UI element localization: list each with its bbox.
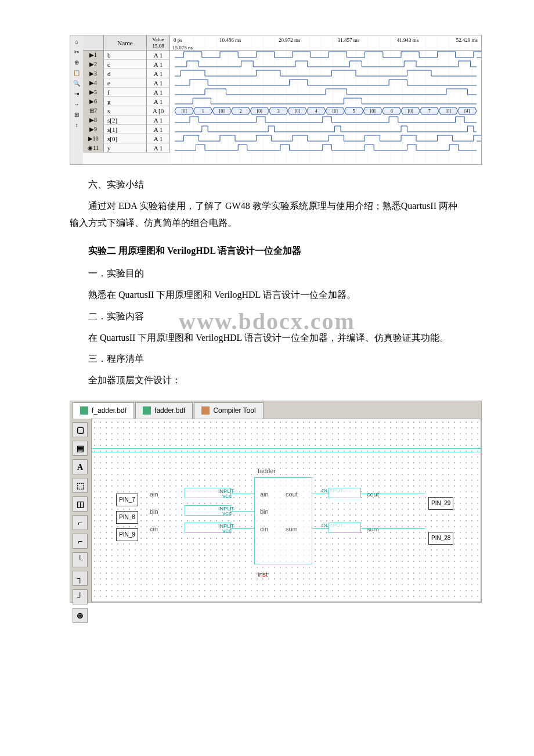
signal-row[interactable]: ▶6gA 1 [83, 97, 170, 106]
subsection-heading: 一．实验目的 [70, 265, 464, 282]
port-name: sum [286, 524, 298, 535]
svg-text:2: 2 [240, 109, 242, 114]
waveform-viewer: ⌂ ✂ ⊕ 📋 🔍 ⇥ → ⊞ ↕ Name Value 15.08 ▶1bA … [70, 35, 482, 165]
input-name: bin [150, 506, 158, 518]
schematic-tool[interactable]: A [73, 459, 88, 474]
svg-text:[0]: [0] [333, 109, 338, 114]
waveform-signal [170, 69, 481, 78]
tool-icon[interactable]: ⇥ [71, 90, 82, 98]
pin-assignment: PIN_7 [116, 494, 138, 506]
pin-assignment: PIN_9 [116, 528, 138, 541]
file-tab[interactable]: Compiler Tool [194, 402, 263, 419]
time-marker: 0 ps [174, 35, 182, 43]
port-name: bin [260, 506, 269, 518]
file-icon [201, 406, 210, 415]
time-marker: 31.457 ms [338, 35, 360, 43]
waveform-signal: [0]1[0]2[0]3[0]4[0]5[0]6[0]7[0][4] [170, 106, 481, 116]
time-marker: 41.943 ms [397, 35, 419, 43]
tool-icon[interactable]: 🔍 [71, 80, 82, 88]
port-name: ain [260, 489, 269, 501]
svg-text:[0]: [0] [408, 109, 414, 114]
svg-text:4: 4 [315, 109, 317, 114]
section-heading: 六、实验小结 [70, 177, 464, 193]
schematic-tool[interactable]: └ [73, 552, 88, 567]
waveform-signal [170, 125, 481, 134]
tool-icon[interactable]: → [71, 100, 82, 109]
wire [231, 494, 254, 494]
wire [231, 511, 254, 512]
signal-row[interactable]: ▶4eA 1 [83, 78, 170, 88]
signal-row[interactable]: ▶9 s[1]A 1 [83, 125, 170, 134]
output-name: sum [367, 524, 379, 535]
file-tab[interactable]: f_adder.bdf [73, 402, 134, 419]
signal-list: Name Value 15.08 ▶1bA 1▶2cA 1▶3dA 1▶4eA … [83, 35, 170, 164]
experiment-title: 实验二 用原理图和 VerilogHDL 语言设计一位全加器 [70, 243, 464, 260]
paragraph: 全加器顶层文件设计： [70, 372, 464, 389]
file-icon [143, 406, 151, 415]
signal-row[interactable]: ▶3dA 1 [83, 69, 170, 78]
waveform-plot: 0 ps10.486 ms20.972 ms31.457 ms41.943 ms… [170, 35, 481, 164]
schematic-tool[interactable]: ⊕ [73, 608, 88, 623]
waveform-toolbar: ⌂ ✂ ⊕ 📋 🔍 ⇥ → ⊞ ↕ [70, 35, 83, 164]
time-marker: 10.486 ms [219, 35, 241, 43]
waveform-signal [170, 78, 481, 88]
signal-row[interactable]: ▶2cA 1 [83, 60, 170, 69]
schematic-tool[interactable]: ⬚ [73, 478, 88, 493]
name-header: Name [104, 35, 147, 50]
port-name: cin [260, 524, 268, 535]
waveform-signal [170, 116, 481, 125]
tool-icon[interactable]: ⊞ [71, 111, 82, 119]
schematic-tool[interactable]: ┐ [73, 571, 88, 586]
svg-text:7: 7 [428, 109, 431, 114]
output-name: cout [367, 489, 379, 501]
svg-text:[0]: [0] [182, 109, 187, 114]
schematic-toolbar: ▢▤A⬚◫⌐⌐└┐┘⊕ [70, 419, 91, 602]
signal-row[interactable]: ◉11yA 1 [83, 143, 170, 153]
svg-text:1: 1 [202, 109, 204, 114]
cursor-time: 15.075 ns [170, 43, 481, 51]
wire [361, 494, 425, 494]
file-tab[interactable]: fadder.bdf [135, 402, 193, 419]
svg-text:[4]: [4] [464, 109, 470, 114]
waveform-signal [170, 134, 481, 143]
schematic-tool[interactable]: ▢ [73, 422, 88, 437]
port-name: cout [286, 489, 298, 501]
schematic-tool[interactable]: ⌐ [73, 534, 88, 549]
svg-text:[0]: [0] [257, 109, 263, 114]
signal-row[interactable]: ▶5fA 1 [83, 88, 170, 97]
svg-text:[0]: [0] [446, 109, 452, 114]
tool-icon[interactable]: ↕ [71, 121, 82, 129]
output-symbol [329, 488, 361, 498]
schematic-tool[interactable]: ┘ [73, 589, 88, 604]
schematic-tool[interactable]: ⌐ [73, 515, 88, 530]
svg-text:[0]: [0] [219, 109, 225, 114]
tool-icon[interactable]: ✂ [71, 48, 82, 56]
signal-row[interactable]: ⊞7sA [0 [83, 106, 170, 116]
signal-row[interactable]: ▶8 s[2]A 1 [83, 116, 170, 125]
paragraph: 熟悉在 QuartusII 下用原理图和 VerilogHDL 语言设计一位全加… [70, 287, 464, 304]
file-tabs: f_adder.bdffadder.bdfCompiler Tool [70, 401, 481, 419]
waveform-signal [170, 143, 481, 153]
input-name: ain [150, 489, 158, 501]
tool-icon[interactable]: ⊕ [71, 59, 82, 67]
tool-icon[interactable]: 📋 [71, 69, 82, 77]
paragraph: 在 QuartusII 下用原理图和 VerilogHDL 语言设计一位全加器，… [70, 330, 464, 347]
waveform-signal [170, 51, 481, 60]
signal-row[interactable]: ▶1bA 1 [83, 51, 170, 60]
tool-icon[interactable]: ⌂ [71, 38, 82, 46]
time-marker: 20.972 ms [279, 35, 301, 43]
value-header: Value 15.08 [147, 35, 170, 50]
instance-name: inst [258, 569, 268, 581]
output-symbol [329, 523, 361, 533]
pin-assignment: PIN_8 [116, 511, 138, 524]
wire [361, 528, 425, 529]
block-title: fadder [258, 466, 276, 477]
paragraph: 通过对 EDA 实验箱使用，了解了 GW48 教学实验系统原理与使用介绍；熟悉Q… [70, 198, 464, 232]
signal-row[interactable]: ▶10 s[0]A 1 [83, 134, 170, 143]
input-name: cin [150, 524, 158, 535]
subsection-heading: 二．实验内容 [70, 308, 464, 325]
schematic-tool[interactable]: ◫ [73, 496, 88, 512]
schematic-tool[interactable]: ▤ [73, 441, 88, 456]
pin-assignment: PIN_28 [428, 532, 453, 545]
time-marker: 52.429 ms [456, 35, 478, 43]
